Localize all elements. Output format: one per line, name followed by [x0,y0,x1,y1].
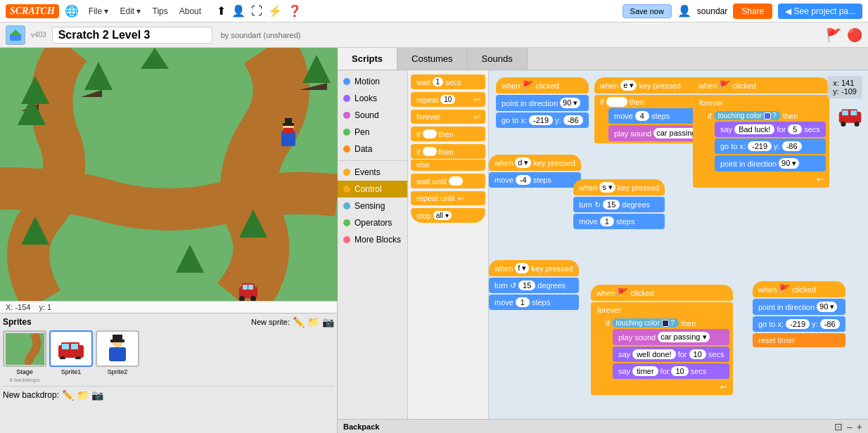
sprite1-label: Sprite1 [61,368,82,375]
forever-block[interactable]: forever ↩ [411,110,485,124]
forever-1[interactable]: forever if touching color ? then say Bad… [693,95,829,188]
tips-menu[interactable]: Tips [148,5,172,18]
category-operators[interactable]: Operators [338,214,407,231]
blocks-palette: wait 1 secs repeat 10 ↩ forever ↩ if the… [408,70,489,419]
camera-backdrop-icon[interactable]: 📷 [91,389,103,401]
person-icon[interactable]: 👤 [231,4,245,18]
go-to-xy-3[interactable]: go to x: -219 y: -86 [753,316,845,332]
move-neg4-steps[interactable]: move -4 steps [489,172,581,188]
stop-button[interactable]: 🔴 [847,27,862,43]
category-events[interactable]: Events [338,164,407,181]
zoom-fit-button[interactable]: ⊡ [834,421,843,432]
repeat-until-block[interactable]: repeat until ↩ [411,191,485,205]
if-touching-1[interactable]: if touching color ? then say Bad luck! f… [703,108,827,173]
event-when-f-key[interactable]: when f ▾ key pressed [489,260,579,276]
if-touching-2[interactable]: if touching color ? then play sound car … [601,316,731,380]
go-to-xy-2[interactable]: go to x: -219 y: -86 [715,138,826,154]
turbo-icon[interactable]: ⚡ [268,4,282,18]
say-well-done[interactable]: say well done! for 10 secs [613,347,729,362]
if-then-block[interactable]: if then [411,127,485,141]
category-control[interactable]: Control [338,181,407,198]
forever-2[interactable]: forever if touching color ? then play so… [591,302,733,395]
coords-display: x: 141 y: -109 [827,76,862,98]
event-when-flag-1[interactable]: when 🚩 clicked [693,77,829,93]
sprites-panel: Sprites New sprite: ✏️ 📁 📷 [0,313,337,433]
event-when-clicked-1[interactable]: when 🚩 clicked [496,77,589,93]
say-bad-luck[interactable]: say Bad luck! for 5 secs [715,122,826,137]
tab-sounds[interactable]: Sounds [468,48,528,70]
upload-icon[interactable]: ⬆ [217,4,226,18]
fullscreen-icon[interactable]: ⛶ [251,5,262,18]
help-icon[interactable]: ❓ [288,4,302,18]
green-flag-button[interactable]: 🚩 [826,27,841,43]
category-data[interactable]: Data [338,141,407,157]
category-motion[interactable]: Motion [338,73,407,90]
wait-until-block[interactable]: wait until [411,174,485,188]
category-sensing[interactable]: Sensing [338,198,407,214]
event-when-clicked-3[interactable]: when 🚩 clicked [753,281,845,297]
go-to-xy-block[interactable]: go to x: -219 y: -86 [496,112,589,128]
svg-rect-40 [842,110,848,115]
svg-rect-18 [243,285,248,290]
tab-costumes[interactable]: Costumes [397,48,468,70]
forever-body-2: if touching color ? then play sound car … [593,316,731,380]
backpack-label[interactable]: Backpack [343,422,379,431]
tab-scripts[interactable]: Scripts [338,48,397,70]
share-button[interactable]: Share [733,4,772,19]
play-sound-car-2[interactable]: play sound car passing ▾ [613,329,729,345]
file-menu[interactable]: File ▾ [84,5,113,18]
point-direction-3[interactable]: point in direction 90 ▾ [753,299,845,315]
save-now-button[interactable]: Save now [623,4,672,18]
category-looks[interactable]: Looks [338,90,407,107]
about-menu[interactable]: About [175,5,205,18]
sprite-thumb-scriptarea [838,105,862,129]
event-when-d-key[interactable]: when d ▾ key pressed [489,155,581,171]
paint-backdrop-icon[interactable]: ✏️ [62,389,74,401]
category-more-blocks[interactable]: More Blocks [338,231,407,248]
turn-ccw-15[interactable]: turn ↺ 15 degrees [489,278,579,293]
edit-menu[interactable]: Edit ▾ [115,5,145,18]
scratch-logo: SCRATCH [6,4,59,18]
if-touching-body-2: play sound car passing ▾ say well done! … [603,329,729,379]
category-pen[interactable]: Pen [338,124,407,141]
svg-rect-30 [62,344,69,349]
forever-label-2: forever [593,304,731,316]
event-when-flag-2[interactable]: when 🚩 clicked [591,285,733,301]
paint-sprite-icon[interactable]: ✏️ [293,316,305,328]
say-timer[interactable]: say timer for 10 secs [613,363,729,379]
globe-icon[interactable]: 🌐 [65,4,79,18]
turn-cw-15[interactable]: turn ↻ 15 degrees [573,197,665,212]
script-when-f-key: when f ▾ key pressed turn ↺ 15 degrees m… [489,260,579,310]
repeat-block[interactable]: repeat 10 ↩ [411,92,485,107]
point-direction-block[interactable]: point in direction 90 ▾ [496,95,589,111]
forever-body-1: if touching color ? then say Bad luck! f… [695,108,827,173]
camera-sprite-icon[interactable]: 📷 [322,316,334,328]
sprite1-item[interactable]: Sprite1 [49,330,93,383]
stage-label: Stage [16,368,33,375]
coord-y: y: -109 [833,87,857,96]
wait-secs-block[interactable]: wait 1 secs [411,75,485,89]
script-area[interactable]: when 🚩 clicked point in direction 90 ▾ g… [489,70,868,419]
svg-rect-31 [71,344,78,349]
zoom-in-button[interactable]: + [857,421,862,432]
tabs: Scripts Costumes Sounds [338,48,868,70]
move-1-steps-f[interactable]: move 1 steps [489,295,579,310]
sprite2-item[interactable]: Sprite2 [96,330,139,383]
project-title-input[interactable] [52,27,212,44]
if-else-block[interactable]: if then [411,144,485,159]
point-direction-2[interactable]: point in direction 90 ▾ [715,155,826,172]
y-coord: y: 1 [39,303,51,311]
upload-backdrop-icon[interactable]: 📁 [77,389,89,401]
reset-timer-block[interactable]: reset timer [753,333,845,347]
zoom-out-button[interactable]: – [847,421,853,432]
sprites-list: Stage 8 backdrops [3,330,334,383]
event-when-s-key[interactable]: when s ▾ key pressed [573,179,665,195]
categories-panel: Motion Looks Sound Pen Data [338,70,408,419]
stop-all-block[interactable]: stop all ▾ [411,208,485,223]
if-touching-row-2: if touching color ? then [603,317,729,329]
stage-sprite-item[interactable]: Stage 8 backdrops [3,330,46,383]
category-sound[interactable]: Sound [338,107,407,124]
move-1-steps-s[interactable]: move 1 steps [573,214,665,229]
see-project-button[interactable]: ◀ See project pa... [778,4,862,19]
upload-sprite-icon[interactable]: 📁 [307,316,319,328]
